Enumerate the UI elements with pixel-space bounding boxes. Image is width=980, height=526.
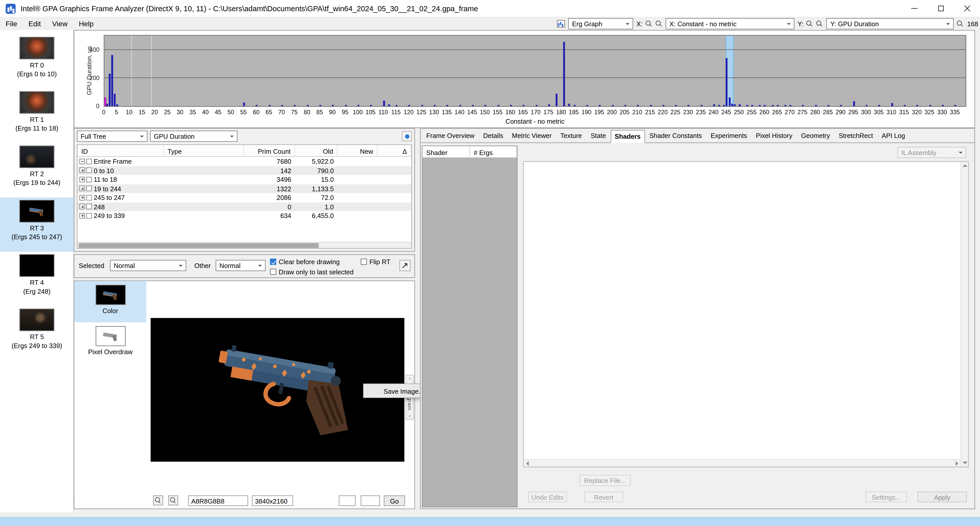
expander-icon[interactable] [80,159,85,164]
erg-bar[interactable] [294,105,296,106]
erg-bar[interactable] [866,105,867,106]
erg-bar[interactable] [729,98,730,106]
erg-bar[interactable] [840,105,842,106]
erg-bar[interactable] [637,105,639,106]
erg-count-column-header[interactable]: # Ergs [470,146,517,158]
apply-button[interactable]: Apply [918,491,967,502]
coord-y-field[interactable] [361,496,380,506]
tab-geometry[interactable]: Geometry [797,129,834,142]
table-row-249-to-339[interactable]: 249 to 3396346,455.0 [78,211,411,220]
assembly-type-combo[interactable]: IL Assembly [897,147,966,158]
row-checkbox[interactable] [86,167,92,173]
erg-bar[interactable] [777,105,778,106]
erg-bar[interactable] [772,105,773,106]
erg-bar[interactable] [784,105,786,106]
erg-bar[interactable] [484,105,486,106]
column-header-type[interactable]: Type [164,145,244,157]
tab-shader-constants[interactable]: Shader Constants [645,129,706,142]
maximize-button[interactable] [928,0,954,17]
erg-bar[interactable] [759,105,760,106]
erg-bar[interactable] [472,105,474,106]
erg-bar[interactable] [434,105,436,106]
erg-bar[interactable] [243,102,245,106]
graph-type-combo[interactable]: Erg Graph [568,18,633,29]
erg-bar[interactable] [586,105,588,106]
erg-bar[interactable] [388,104,390,106]
erg-bar[interactable] [688,105,689,106]
resolution-field[interactable]: 3840x2160 [252,496,293,506]
column-header-old[interactable]: Old [295,145,338,157]
erg-bar[interactable] [256,105,258,106]
rt-item-rt-1[interactable]: RT 1(Ergs 11 to 18) [0,89,74,143]
erg-bar[interactable] [723,105,725,106]
erg-bar[interactable] [789,105,791,106]
expander-icon[interactable] [80,186,85,191]
erg-bar[interactable] [396,105,398,106]
erg-bar[interactable] [612,105,614,106]
row-checkbox[interactable] [86,204,92,209]
revert-button[interactable]: Revert [584,491,623,502]
rt-item-rt-4[interactable]: RT 4(Erg 248) [0,252,74,306]
menu-edit[interactable]: Edit [23,19,47,29]
scroll-left-icon[interactable] [524,461,529,466]
erg-bar[interactable] [523,105,525,106]
erg-bar[interactable] [891,103,893,106]
erg-bar[interactable] [116,104,118,106]
erg-bar[interactable] [718,105,720,106]
tab-texture[interactable]: Texture [556,129,586,142]
settings-button[interactable]: Settings... [866,491,907,502]
erg-bar[interactable] [955,105,956,106]
row-checkbox[interactable] [86,213,92,219]
erg-bar[interactable] [332,105,334,106]
expander-icon[interactable] [80,167,85,173]
rt-item-rt-5[interactable]: RT 5(Ergs 249 to 339) [0,306,74,361]
erg-bar[interactable] [568,103,570,106]
tree-mode-combo[interactable]: Full Tree [77,130,148,142]
table-row-0-to-10[interactable]: 0 to 10142790.0 [78,166,411,175]
erg-bar[interactable] [815,105,816,106]
erg-bar[interactable] [713,105,715,106]
rt-item-rt-2[interactable]: RT 2(Ergs 19 to 244) [0,143,74,197]
tab-frame-overview[interactable]: Frame Overview [422,129,479,142]
expander-icon[interactable] [80,204,85,209]
erg-bar[interactable] [563,42,565,106]
horizontal-scrollbar[interactable] [78,242,411,248]
tree-metric-combo[interactable]: GPU Duration [150,130,237,142]
erg-bar[interactable] [733,105,735,106]
erg-bar[interactable] [111,55,113,106]
x-zoom-in-icon[interactable] [656,21,663,27]
selected-mode-combo[interactable]: Normal [110,260,186,271]
panel-options-button[interactable] [402,131,412,141]
scroll-up-icon[interactable] [962,162,967,167]
y-metric-combo[interactable]: Y: GPU Duration [826,18,954,29]
erg-bar[interactable] [319,105,321,106]
minimize-button[interactable] [901,0,928,17]
menu-file[interactable]: File [0,19,23,29]
scroll-down-icon[interactable] [962,462,967,467]
erg-bar[interactable] [573,105,575,106]
tab-state[interactable]: State [586,129,610,142]
table-row-11-to-18[interactable]: 11 to 18349615.0 [78,175,411,184]
erg-bar[interactable] [764,105,766,106]
rt-item-rt-0[interactable]: RT 0(Ergs 0 to 10) [0,35,74,89]
erg-bar[interactable] [802,105,804,106]
erg-bar[interactable] [497,105,499,106]
erg-bar[interactable] [675,105,677,106]
expander-icon[interactable] [80,177,85,182]
editor-vertical-scrollbar[interactable] [961,162,968,467]
y-zoom-in-icon[interactable] [816,21,823,27]
erg-bar[interactable] [345,105,347,106]
erg-bar[interactable] [556,94,558,106]
y-zoom-out-icon[interactable] [807,21,813,27]
erg-bar[interactable] [624,105,626,106]
close-button[interactable] [954,0,980,17]
erg-bar[interactable] [746,105,748,106]
erg-bar[interactable] [535,105,537,106]
tab-api-log[interactable]: API Log [877,129,909,142]
other-mode-combo[interactable]: Normal [216,260,266,271]
go-button[interactable]: Go [383,496,405,506]
column-header-id[interactable]: ID [78,145,164,157]
erg-bar[interactable] [548,104,550,106]
erg-bar[interactable] [408,105,410,106]
pixel-pick-button[interactable] [399,260,410,271]
